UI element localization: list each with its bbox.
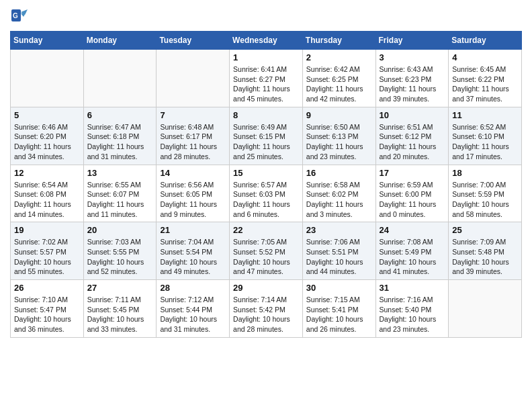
calendar-cell: 20Sunrise: 7:03 AM Sunset: 5:55 PM Dayli…	[83, 222, 157, 280]
calendar-cell: 11Sunrise: 6:52 AM Sunset: 6:10 PM Dayli…	[449, 107, 522, 165]
calendar-cell: 19Sunrise: 7:02 AM Sunset: 5:57 PM Dayli…	[11, 222, 84, 280]
calendar-cell: 15Sunrise: 6:57 AM Sunset: 6:03 PM Dayli…	[230, 165, 303, 222]
calendar-cell: 12Sunrise: 6:54 AM Sunset: 6:08 PM Dayli…	[11, 165, 84, 222]
calendar-cell: 14Sunrise: 6:56 AM Sunset: 6:05 PM Dayli…	[157, 165, 230, 222]
day-info: Sunrise: 7:12 AM Sunset: 5:44 PM Dayligh…	[160, 295, 226, 334]
day-number: 21	[160, 225, 226, 235]
day-number: 16	[306, 168, 372, 178]
day-info: Sunrise: 7:14 AM Sunset: 5:42 PM Dayligh…	[233, 295, 299, 334]
day-number: 27	[87, 283, 153, 293]
calendar-cell: 18Sunrise: 7:00 AM Sunset: 5:59 PM Dayli…	[449, 165, 522, 222]
day-info: Sunrise: 6:55 AM Sunset: 6:07 PM Dayligh…	[87, 180, 153, 220]
day-info: Sunrise: 6:52 AM Sunset: 6:10 PM Dayligh…	[452, 122, 518, 162]
day-info: Sunrise: 7:00 AM Sunset: 5:59 PM Dayligh…	[452, 180, 518, 220]
header-day-tuesday: Tuesday	[157, 32, 230, 50]
day-info: Sunrise: 7:15 AM Sunset: 5:41 PM Dayligh…	[306, 295, 372, 334]
day-number: 19	[14, 225, 80, 235]
day-info: Sunrise: 6:58 AM Sunset: 6:02 PM Dayligh…	[306, 180, 372, 220]
day-info: Sunrise: 7:06 AM Sunset: 5:51 PM Dayligh…	[306, 237, 372, 277]
calendar-cell: 1Sunrise: 6:41 AM Sunset: 6:27 PM Daylig…	[230, 50, 303, 107]
page-container: G SundayMondayTuesdayWednesdayThursdayFr…	[0, 0, 532, 345]
calendar-cell	[83, 50, 157, 107]
logo: G	[10, 7, 30, 26]
day-number: 26	[14, 283, 80, 293]
calendar-cell: 27Sunrise: 7:11 AM Sunset: 5:45 PM Dayli…	[83, 280, 157, 338]
day-info: Sunrise: 6:54 AM Sunset: 6:08 PM Dayligh…	[14, 180, 80, 220]
day-number: 6	[87, 110, 153, 120]
header-day-wednesday: Wednesday	[230, 32, 303, 50]
calendar-cell: 16Sunrise: 6:58 AM Sunset: 6:02 PM Dayli…	[302, 165, 375, 222]
day-info: Sunrise: 7:11 AM Sunset: 5:45 PM Dayligh…	[87, 295, 153, 334]
calendar-cell: 4Sunrise: 6:45 AM Sunset: 6:22 PM Daylig…	[449, 50, 522, 107]
logo-icon: G	[10, 7, 29, 26]
header: G	[10, 7, 522, 26]
day-info: Sunrise: 6:47 AM Sunset: 6:18 PM Dayligh…	[87, 122, 153, 162]
day-number: 18	[452, 168, 518, 178]
header-day-thursday: Thursday	[302, 32, 375, 50]
day-info: Sunrise: 6:46 AM Sunset: 6:20 PM Dayligh…	[14, 122, 80, 162]
week-row-2: 5Sunrise: 6:46 AM Sunset: 6:20 PM Daylig…	[11, 107, 522, 165]
week-row-5: 26Sunrise: 7:10 AM Sunset: 5:47 PM Dayli…	[11, 280, 522, 338]
calendar-cell: 5Sunrise: 6:46 AM Sunset: 6:20 PM Daylig…	[11, 107, 84, 165]
day-number: 2	[306, 52, 372, 62]
day-info: Sunrise: 6:43 AM Sunset: 6:23 PM Dayligh…	[380, 64, 445, 104]
day-number: 28	[160, 283, 226, 293]
day-number: 17	[380, 168, 445, 178]
calendar-cell	[157, 50, 230, 107]
day-info: Sunrise: 6:50 AM Sunset: 6:13 PM Dayligh…	[306, 122, 372, 162]
calendar-cell: 25Sunrise: 7:09 AM Sunset: 5:48 PM Dayli…	[449, 222, 522, 280]
day-info: Sunrise: 7:02 AM Sunset: 5:57 PM Dayligh…	[14, 237, 80, 277]
calendar-cell	[11, 50, 84, 107]
calendar-cell: 28Sunrise: 7:12 AM Sunset: 5:44 PM Dayli…	[157, 280, 230, 338]
calendar-cell: 23Sunrise: 7:06 AM Sunset: 5:51 PM Dayli…	[302, 222, 375, 280]
calendar-cell: 31Sunrise: 7:16 AM Sunset: 5:40 PM Dayli…	[375, 280, 449, 338]
day-info: Sunrise: 7:10 AM Sunset: 5:47 PM Dayligh…	[14, 295, 80, 334]
day-number: 23	[306, 225, 372, 235]
week-row-4: 19Sunrise: 7:02 AM Sunset: 5:57 PM Dayli…	[11, 222, 522, 280]
day-number: 8	[233, 110, 299, 120]
day-info: Sunrise: 6:42 AM Sunset: 6:25 PM Dayligh…	[306, 64, 372, 104]
day-number: 11	[452, 110, 518, 120]
day-info: Sunrise: 7:09 AM Sunset: 5:48 PM Dayligh…	[452, 237, 518, 277]
day-info: Sunrise: 7:04 AM Sunset: 5:54 PM Dayligh…	[160, 237, 226, 277]
day-number: 24	[380, 225, 445, 235]
day-info: Sunrise: 6:57 AM Sunset: 6:03 PM Dayligh…	[233, 180, 299, 220]
day-info: Sunrise: 6:59 AM Sunset: 6:00 PM Dayligh…	[380, 180, 445, 220]
day-info: Sunrise: 7:16 AM Sunset: 5:40 PM Dayligh…	[380, 295, 445, 334]
day-number: 13	[87, 168, 153, 178]
calendar-cell: 9Sunrise: 6:50 AM Sunset: 6:13 PM Daylig…	[302, 107, 375, 165]
day-number: 1	[233, 52, 299, 62]
calendar-cell: 7Sunrise: 6:48 AM Sunset: 6:17 PM Daylig…	[157, 107, 230, 165]
day-number: 7	[160, 110, 226, 120]
header-day-friday: Friday	[375, 32, 449, 50]
day-number: 22	[233, 225, 299, 235]
day-info: Sunrise: 7:08 AM Sunset: 5:49 PM Dayligh…	[380, 237, 445, 277]
header-row: SundayMondayTuesdayWednesdayThursdayFrid…	[11, 32, 522, 50]
calendar-cell: 26Sunrise: 7:10 AM Sunset: 5:47 PM Dayli…	[11, 280, 84, 338]
day-number: 9	[306, 110, 372, 120]
calendar-cell: 30Sunrise: 7:15 AM Sunset: 5:41 PM Dayli…	[302, 280, 375, 338]
header-day-saturday: Saturday	[449, 32, 522, 50]
day-number: 14	[160, 168, 226, 178]
calendar-cell: 2Sunrise: 6:42 AM Sunset: 6:25 PM Daylig…	[302, 50, 375, 107]
day-number: 12	[14, 168, 80, 178]
calendar-cell: 29Sunrise: 7:14 AM Sunset: 5:42 PM Dayli…	[230, 280, 303, 338]
header-day-monday: Monday	[83, 32, 157, 50]
day-number: 10	[380, 110, 445, 120]
week-row-1: 1Sunrise: 6:41 AM Sunset: 6:27 PM Daylig…	[11, 50, 522, 107]
calendar-cell: 24Sunrise: 7:08 AM Sunset: 5:49 PM Dayli…	[375, 222, 449, 280]
header-day-sunday: Sunday	[11, 32, 84, 50]
calendar-cell: 8Sunrise: 6:49 AM Sunset: 6:15 PM Daylig…	[230, 107, 303, 165]
day-number: 15	[233, 168, 299, 178]
day-info: Sunrise: 6:51 AM Sunset: 6:12 PM Dayligh…	[380, 122, 445, 162]
calendar-table: SundayMondayTuesdayWednesdayThursdayFrid…	[10, 31, 522, 338]
week-row-3: 12Sunrise: 6:54 AM Sunset: 6:08 PM Dayli…	[11, 165, 522, 222]
day-number: 25	[452, 225, 518, 235]
day-info: Sunrise: 6:48 AM Sunset: 6:17 PM Dayligh…	[160, 122, 226, 162]
day-number: 30	[306, 283, 372, 293]
day-number: 3	[380, 52, 445, 62]
svg-text:G: G	[13, 12, 18, 19]
calendar-cell: 13Sunrise: 6:55 AM Sunset: 6:07 PM Dayli…	[83, 165, 157, 222]
calendar-cell: 22Sunrise: 7:05 AM Sunset: 5:52 PM Dayli…	[230, 222, 303, 280]
svg-marker-3	[21, 12, 26, 17]
